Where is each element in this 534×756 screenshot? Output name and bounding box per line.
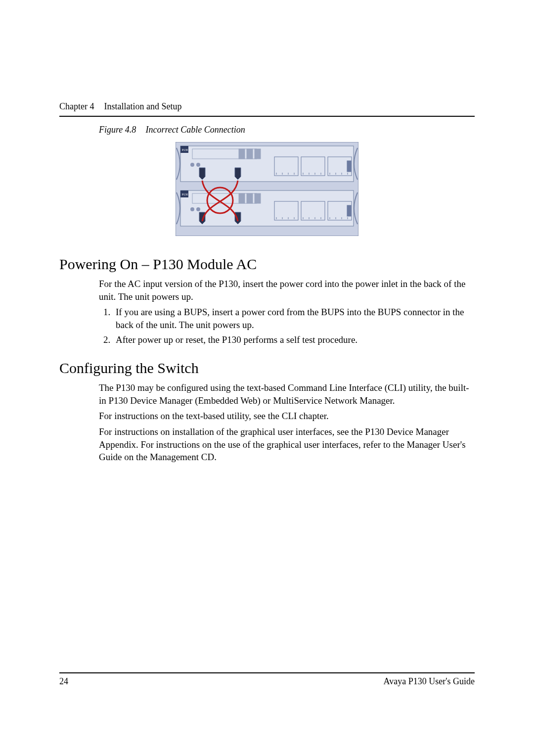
figure-caption: Figure 4.8 Incorrect Cable Connection: [99, 125, 475, 135]
chapter-title: Installation and Setup: [104, 101, 181, 112]
svg-text:P130: P130: [182, 193, 188, 196]
svg-rect-5: [239, 149, 245, 159]
list-item: If you are using a BUPS, insert a power …: [113, 306, 475, 331]
guide-title: Avaya P130 User's Guide: [384, 676, 475, 687]
paragraph: For the AC input version of the P130, in…: [99, 278, 475, 303]
page-footer: 24 Avaya P130 User's Guide: [59, 672, 475, 687]
running-header: Chapter 4 Installation and Setup: [59, 101, 475, 112]
svg-rect-13: [347, 161, 351, 172]
header-rule: [59, 116, 475, 117]
svg-rect-30: [239, 193, 245, 203]
paragraph: For instructions on the text-based utili…: [99, 410, 475, 423]
list-item: After power up or reset, the P130 perfor…: [113, 333, 475, 346]
svg-rect-32: [255, 193, 261, 203]
svg-text:P130: P130: [182, 148, 188, 151]
svg-rect-31: [247, 193, 253, 203]
cable-diagram-icon: P130: [176, 142, 358, 236]
paragraph: The P130 may be configured using the tex…: [99, 381, 475, 407]
svg-rect-6: [247, 149, 253, 159]
document-page: Chapter 4 Installation and Setup Figure …: [0, 0, 534, 756]
footer-rule: [59, 672, 475, 673]
figure-number: Figure 4.8: [99, 125, 143, 135]
svg-point-33: [190, 207, 194, 211]
svg-point-8: [190, 163, 194, 167]
paragraph: For instructions on installation of the …: [99, 425, 475, 464]
chapter-label: Chapter 4: [59, 101, 94, 112]
svg-rect-38: [347, 205, 351, 216]
svg-rect-7: [255, 149, 261, 159]
section-heading-config: Configuring the Switch: [59, 360, 475, 377]
svg-point-9: [196, 163, 200, 167]
section-heading-power: Powering On – P130 Module AC: [59, 256, 475, 273]
svg-point-34: [196, 207, 200, 211]
page-number: 24: [59, 676, 68, 687]
figure-title: Incorrect Cable Connection: [146, 125, 245, 135]
figure-incorrect-cable: P130: [176, 142, 358, 236]
ordered-list: If you are using a BUPS, insert a power …: [99, 306, 475, 346]
